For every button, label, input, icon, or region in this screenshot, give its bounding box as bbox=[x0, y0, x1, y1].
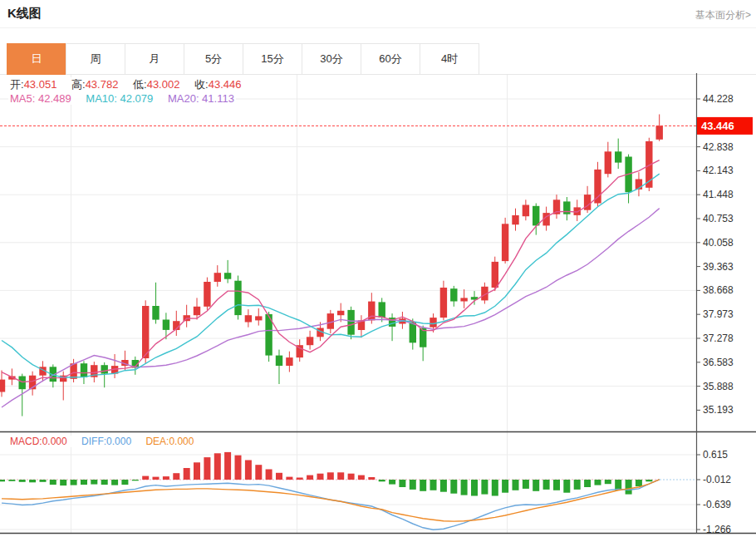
tab-month[interactable]: 月 bbox=[125, 43, 184, 75]
price-axis-label: 44.228 bbox=[703, 93, 734, 105]
tab-5min[interactable]: 5分 bbox=[184, 43, 243, 75]
open-label: 开: bbox=[10, 78, 24, 91]
price-axis-label: 35.888 bbox=[703, 381, 734, 392]
price-axis-label: 40.058 bbox=[703, 237, 734, 249]
interval-tabs: 日 周 月 5分 15分 30分 60分 4时 bbox=[7, 43, 479, 75]
macd-axis-label: -0.012 bbox=[703, 474, 731, 485]
close-value: 43.446 bbox=[209, 78, 242, 91]
close-label: 收: bbox=[194, 78, 209, 91]
dea-label: DEA: bbox=[145, 436, 169, 447]
macd-axis: 0.615-0.012-0.639-1.266 bbox=[696, 449, 731, 535]
macd-label: MACD: bbox=[10, 436, 42, 447]
price-axis-label: 39.363 bbox=[703, 261, 734, 273]
price-axis-label: 42.838 bbox=[703, 141, 734, 153]
diff-label: DIFF: bbox=[81, 436, 106, 447]
tab-4hour[interactable]: 4时 bbox=[420, 43, 479, 75]
price-axis: 44.22842.83842.14341.44840.75340.05839.3… bbox=[696, 93, 734, 416]
high-label: 高: bbox=[71, 78, 86, 91]
ma10-legend: MA10: 42.079 bbox=[86, 92, 153, 105]
low-value: 43.002 bbox=[147, 78, 180, 91]
low-label: 低: bbox=[133, 78, 147, 91]
price-axis-label: 37.973 bbox=[703, 308, 734, 320]
fundamental-analysis-link[interactable]: 基本面分析> bbox=[695, 8, 751, 22]
price-axis-label: 38.668 bbox=[703, 284, 734, 296]
price-axis-label: 40.753 bbox=[703, 213, 734, 224]
price-axis-label: 37.278 bbox=[703, 333, 734, 344]
macd-axis-label: 0.615 bbox=[703, 449, 728, 461]
open-value: 43.051 bbox=[24, 78, 57, 91]
header-bar: K线图 基本面分析> bbox=[0, 0, 756, 28]
tab-15min[interactable]: 15分 bbox=[243, 43, 302, 75]
macd-legend: MACD:0.000 DIFF:0.000 DEA:0.000 bbox=[8, 436, 195, 447]
tab-60min[interactable]: 60分 bbox=[361, 43, 420, 75]
macd-value: 0.000 bbox=[42, 436, 67, 447]
svg-text:43.446: 43.446 bbox=[701, 120, 734, 132]
tab-week[interactable]: 周 bbox=[66, 43, 125, 75]
ma5-legend: MA5: 42.489 bbox=[10, 92, 71, 105]
price-axis-label: 42.143 bbox=[703, 165, 734, 176]
tab-30min[interactable]: 30分 bbox=[302, 43, 361, 75]
ma-legend: MA5: 42.489 MA10: 42.079 MA20: 41.113 bbox=[8, 92, 236, 105]
ma20-legend: MA20: 41.113 bbox=[168, 92, 234, 105]
kline-plot-area[interactable] bbox=[0, 75, 696, 534]
page-title: K线图 bbox=[7, 6, 42, 22]
tab-day[interactable]: 日 bbox=[7, 43, 66, 75]
price-axis-label: 41.448 bbox=[703, 189, 734, 200]
high-value: 43.782 bbox=[86, 78, 119, 91]
price-axis-label: 35.193 bbox=[703, 404, 734, 416]
macd-axis-label: -0.639 bbox=[703, 499, 731, 510]
price-axis-label: 36.583 bbox=[703, 357, 734, 368]
ohlc-legend: 开:43.051 高:43.782 低:43.002 收:43.446 bbox=[8, 77, 243, 92]
diff-value: 0.000 bbox=[106, 436, 131, 447]
kline-page: { "header": { "title": "K线图", "link": "基… bbox=[0, 0, 756, 537]
macd-axis-label: -1.266 bbox=[703, 524, 731, 535]
current-price-tag: 43.446 bbox=[697, 117, 753, 135]
dea-value: 0.000 bbox=[169, 436, 194, 447]
